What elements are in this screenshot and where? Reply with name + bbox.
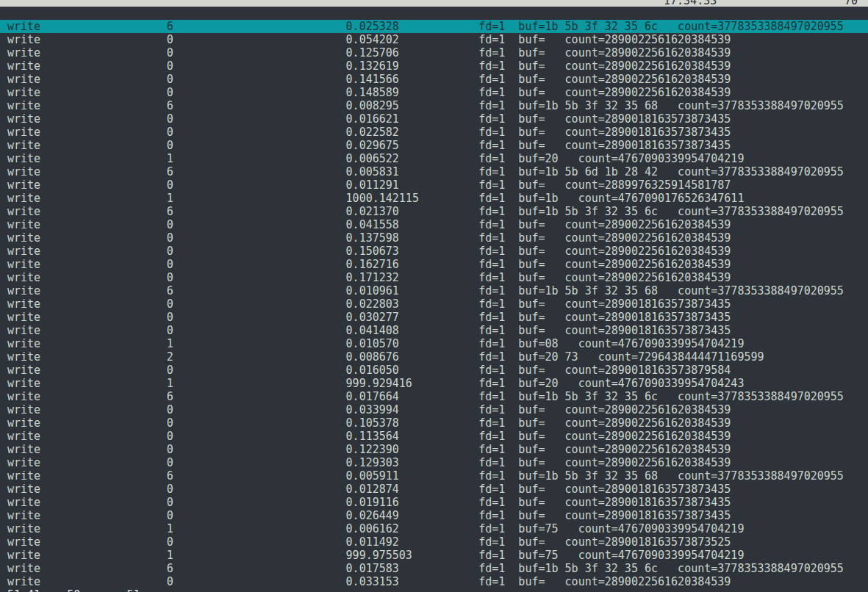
terminal-row[interactable]: write 0 0.054202 fd=1 buf= count=2890022… xyxy=(0,33,868,46)
terminal-row[interactable]: write 0 0.033994 fd=1 buf= count=2890022… xyxy=(0,403,868,416)
terminal-row[interactable]: write 0 0.132619 fd=1 buf= count=2890022… xyxy=(0,59,868,73)
terminal-row[interactable]: write 0 0.141566 fd=1 buf= count=2890022… xyxy=(0,73,868,86)
terminal-row[interactable]: write 0 0.029675 fd=1 buf= count=2890018… xyxy=(0,139,868,152)
terminal-row[interactable]: write 6 0.021370 fd=1 buf=1b 5b 3f 32 35… xyxy=(0,205,868,218)
terminal-row[interactable]: write 0 0.011291 fd=1 buf= count=2889976… xyxy=(0,178,868,192)
terminal-row[interactable]: write 0 0.105378 fd=1 buf= count=2890022… xyxy=(0,416,868,430)
terminal-row[interactable]: write 1 0.006162 fd=1 buf=75 count=47670… xyxy=(0,522,868,535)
terminal-row[interactable]: write 0 0.041558 fd=1 buf= count=2890022… xyxy=(0,218,868,231)
terminal-row[interactable]: write 0 0.030277 fd=1 buf= count=2890018… xyxy=(0,311,868,324)
terminal-row[interactable]: write 2 0.008676 fd=1 buf=20 73 count=72… xyxy=(0,350,868,364)
terminal-row[interactable]: write 1 1000.142115 fd=1 buf=1b count=47… xyxy=(0,192,868,205)
terminal-row[interactable]: write 6 0.008295 fd=1 buf=1b 5b 3f 32 35… xyxy=(0,99,868,112)
terminal-row[interactable]: write 0 0.022582 fd=1 buf= count=2890018… xyxy=(0,126,868,139)
terminal-rows: write 6 0.025328 fd=1 buf=1b 5b 3f 32 35… xyxy=(0,20,868,588)
terminal-row[interactable]: write 6 0.005831 fd=1 buf=1b 5b 6d 1b 28… xyxy=(0,165,868,178)
terminal-row[interactable]: write 0 0.026449 fd=1 buf= count=2890018… xyxy=(0,509,868,522)
terminal-row[interactable]: write 6 0.010961 fd=1 buf=1b 5b 3f 32 35… xyxy=(0,284,868,297)
terminal-row[interactable]: write 0 0.171232 fd=1 buf= count=2890022… xyxy=(0,271,868,284)
terminal-row[interactable]: write 1 0.010570 fd=1 buf=08 count=47670… xyxy=(0,337,868,350)
terminal-row[interactable]: write 0 0.122390 fd=1 buf= count=2890022… xyxy=(0,443,868,456)
terminal-row[interactable]: write 0 0.148589 fd=1 buf= count=2890022… xyxy=(0,86,868,99)
terminal-row[interactable]: write 6 0.017583 fd=1 buf=1b 5b 3f 32 35… xyxy=(0,562,868,575)
terminal-row[interactable]: write 0 0.129303 fd=1 buf= count=2890022… xyxy=(0,456,868,469)
terminal-row[interactable]: write 6 0.005911 fd=1 buf=1b 5b 3f 32 35… xyxy=(0,469,868,483)
terminal-row[interactable]: write 0 0.162716 fd=1 buf= count=2890022… xyxy=(0,258,868,271)
terminal-row-selected[interactable]: write 6 0.025328 fd=1 buf=1b 5b 3f 32 35… xyxy=(0,20,868,33)
terminal-row[interactable]: write 1 999.975503 fd=1 buf=75 count=476… xyxy=(0,549,868,562)
panel-clock: 17:34:33 xyxy=(664,0,717,7)
terminal-row[interactable]: write 0 0.041408 fd=1 buf= count=2890018… xyxy=(0,324,868,337)
terminal-row[interactable]: write 0 0.012874 fd=1 buf= count=2890018… xyxy=(0,483,868,496)
terminal-row[interactable]: write 0 0.033153 fd=1 buf= count=2890022… xyxy=(0,575,868,588)
terminal-row[interactable]: write 0 0.113564 fd=1 buf= count=2890022… xyxy=(0,430,868,443)
terminal-row[interactable]: write 1 999.929416 fd=1 buf=20 count=476… xyxy=(0,377,868,390)
terminal-row[interactable]: write 0 0.022803 fd=1 buf= count=2890018… xyxy=(0,297,868,311)
terminal-row[interactable]: write 6 0.017664 fd=1 buf=1b 5b 3f 32 35… xyxy=(0,390,868,403)
terminal-blank-line xyxy=(0,7,868,20)
terminal-partial-row: 51 41 50 51 xyxy=(0,588,868,592)
terminal-row[interactable]: write 0 0.019116 fd=1 buf= count=2890018… xyxy=(0,496,868,509)
terminal-row[interactable]: write 0 0.016050 fd=1 buf= count=2890018… xyxy=(0,364,868,377)
terminal-row[interactable]: write 0 0.150673 fd=1 buf= count=2890022… xyxy=(0,245,868,258)
terminal-row[interactable]: write 1 0.006522 fd=1 buf=20 count=47670… xyxy=(0,152,868,165)
panel-right-text: 70 xyxy=(844,0,858,7)
terminal-screen[interactable]: write 6 0.025328 fd=1 buf=1b 5b 3f 32 35… xyxy=(0,7,868,592)
terminal-row[interactable]: write 0 0.125706 fd=1 buf= count=2890022… xyxy=(0,46,868,59)
terminal-row[interactable]: write 0 0.011492 fd=1 buf= count=2890018… xyxy=(0,535,868,549)
terminal-row[interactable]: write 0 0.137598 fd=1 buf= count=2890022… xyxy=(0,231,868,245)
terminal-row[interactable]: write 0 0.016621 fd=1 buf= count=2890018… xyxy=(0,112,868,126)
desktop-panel: 17:34:33 70 xyxy=(0,0,868,7)
